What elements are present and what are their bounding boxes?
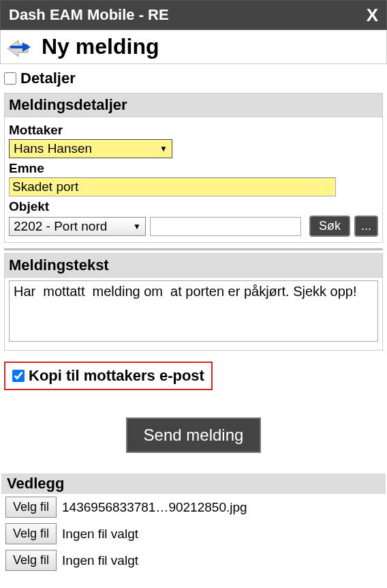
section-header-details: Meldingsdetaljer xyxy=(5,93,382,117)
section-header-text: Meldingstekst xyxy=(5,254,382,278)
details-checkbox[interactable] xyxy=(4,72,16,85)
subject-label: Emne xyxy=(9,161,378,176)
copy-email-row: Kopi til mottakers e-post xyxy=(4,362,213,390)
attachment-row: Velg fil Ingen fil valgt xyxy=(0,520,387,547)
page-title: Ny melding xyxy=(42,34,159,59)
chevron-down-icon: ▼ xyxy=(133,222,141,231)
more-button[interactable]: ... xyxy=(354,216,378,237)
copy-email-checkbox[interactable] xyxy=(12,370,25,382)
attachment-filename: 1436956833781…90212850.jpg xyxy=(62,500,247,515)
titlebar: Dash EAM Mobile - RE X xyxy=(0,0,387,30)
send-arrow-icon xyxy=(6,35,35,59)
recipient-select[interactable]: Hans Hansen ▼ xyxy=(9,139,172,158)
subject-input[interactable] xyxy=(9,177,336,196)
object-value: 2202 - Port nord xyxy=(14,219,107,234)
send-message-button[interactable]: Send melding xyxy=(126,417,262,453)
message-body-textarea[interactable]: Har mottatt melding om at porten er påkj… xyxy=(9,280,378,342)
details-toggle-row: Detaljer xyxy=(0,64,387,93)
search-button[interactable]: Søk xyxy=(309,216,350,237)
divider xyxy=(4,248,383,250)
attachment-filename: Ingen fil valgt xyxy=(62,553,138,568)
details-label: Detaljer xyxy=(20,70,76,87)
close-button[interactable]: X xyxy=(367,5,378,26)
attachment-row: Velg fil 1436956833781…90212850.jpg xyxy=(0,494,387,520)
page-heading: Ny melding xyxy=(0,30,387,64)
object-select[interactable]: 2202 - Port nord ▼ xyxy=(9,217,146,236)
object-label: Objekt xyxy=(9,199,378,214)
recipient-label: Mottaker xyxy=(9,123,378,138)
choose-file-button[interactable]: Velg fil xyxy=(5,550,57,571)
recipient-value: Hans Hansen xyxy=(14,141,92,156)
object-search-input[interactable] xyxy=(150,217,301,236)
choose-file-button[interactable]: Velg fil xyxy=(5,497,57,518)
attachment-row: Velg fil Ingen fil valgt xyxy=(0,547,387,574)
choose-file-button[interactable]: Velg fil xyxy=(5,523,57,544)
attachment-filename: Ingen fil valgt xyxy=(62,527,138,542)
chevron-down-icon: ▼ xyxy=(159,144,168,153)
app-title: Dash EAM Mobile - RE xyxy=(9,6,169,24)
copy-email-label: Kopi til mottakers e-post xyxy=(29,367,204,385)
attachments-header: Vedlegg xyxy=(1,473,386,494)
section-message-text: Meldingstekst Har mottatt melding om at … xyxy=(4,253,383,351)
section-message-details: Meldingsdetaljer Mottaker Hans Hansen ▼ … xyxy=(4,93,383,243)
